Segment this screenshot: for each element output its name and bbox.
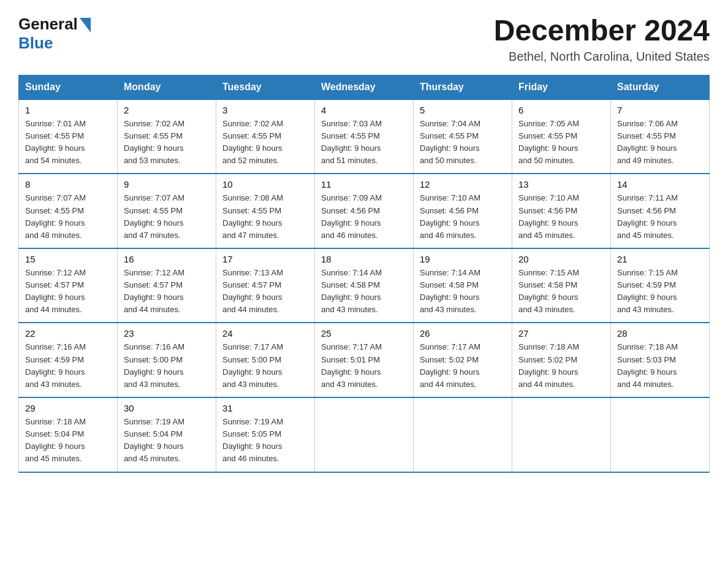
calendar-table: Sunday Monday Tuesday Wednesday Thursday… <box>18 75 710 473</box>
day-info: Sunrise: 7:01 AMSunset: 4:55 PMDaylight:… <box>25 118 111 167</box>
day-info: Sunrise: 7:03 AMSunset: 4:55 PMDaylight:… <box>321 118 407 167</box>
day-number: 12 <box>420 179 506 190</box>
calendar-cell <box>414 397 512 472</box>
calendar-subtitle: Bethel, North Carolina, United States <box>494 50 710 64</box>
calendar-cell: 31Sunrise: 7:19 AMSunset: 5:05 PMDayligh… <box>216 397 315 472</box>
calendar-cell: 23Sunrise: 7:16 AMSunset: 5:00 PMDayligh… <box>118 323 216 397</box>
calendar-cell: 12Sunrise: 7:10 AMSunset: 4:56 PMDayligh… <box>414 174 512 248</box>
calendar-cell: 17Sunrise: 7:13 AMSunset: 4:57 PMDayligh… <box>216 248 315 323</box>
calendar-cell <box>315 397 414 472</box>
logo-blue-line: Blue <box>18 34 53 53</box>
calendar-cell: 7Sunrise: 7:06 AMSunset: 4:55 PMDaylight… <box>611 99 710 174</box>
day-info: Sunrise: 7:05 AMSunset: 4:55 PMDaylight:… <box>518 118 604 167</box>
day-number: 16 <box>124 254 210 264</box>
day-info: Sunrise: 7:10 AMSunset: 4:56 PMDaylight:… <box>518 192 604 242</box>
header-tuesday: Tuesday <box>216 75 315 99</box>
day-number: 13 <box>518 179 604 190</box>
day-info: Sunrise: 7:12 AMSunset: 4:57 PMDaylight:… <box>25 267 111 316</box>
day-info: Sunrise: 7:15 AMSunset: 4:58 PMDaylight:… <box>518 267 604 316</box>
day-info: Sunrise: 7:18 AMSunset: 5:04 PMDaylight:… <box>25 416 111 465</box>
day-number: 6 <box>518 105 604 115</box>
day-info: Sunrise: 7:10 AMSunset: 4:56 PMDaylight:… <box>420 192 506 242</box>
logo-general-text: General <box>18 15 78 34</box>
calendar-title: December 2024 <box>494 15 710 47</box>
day-number: 22 <box>25 328 111 339</box>
day-number: 4 <box>321 105 407 115</box>
calendar-cell: 26Sunrise: 7:17 AMSunset: 5:02 PMDayligh… <box>414 323 512 397</box>
day-info: Sunrise: 7:12 AMSunset: 4:57 PMDaylight:… <box>124 267 210 316</box>
day-info: Sunrise: 7:14 AMSunset: 4:58 PMDaylight:… <box>420 267 506 316</box>
day-number: 7 <box>617 105 703 115</box>
day-info: Sunrise: 7:19 AMSunset: 5:05 PMDaylight:… <box>222 416 308 465</box>
calendar-cell: 28Sunrise: 7:18 AMSunset: 5:03 PMDayligh… <box>611 323 710 397</box>
calendar-cell <box>512 397 611 472</box>
week-row-5: 29Sunrise: 7:18 AMSunset: 5:04 PMDayligh… <box>19 397 710 472</box>
day-info: Sunrise: 7:17 AMSunset: 5:01 PMDaylight:… <box>321 341 407 391</box>
header-wednesday: Wednesday <box>315 75 414 99</box>
day-number: 27 <box>518 328 604 339</box>
week-row-4: 22Sunrise: 7:16 AMSunset: 4:59 PMDayligh… <box>19 323 710 397</box>
calendar-cell: 14Sunrise: 7:11 AMSunset: 4:56 PMDayligh… <box>611 174 710 248</box>
day-info: Sunrise: 7:02 AMSunset: 4:55 PMDaylight:… <box>222 118 308 167</box>
day-number: 10 <box>222 179 308 190</box>
day-info: Sunrise: 7:14 AMSunset: 4:58 PMDaylight:… <box>321 267 407 316</box>
header-thursday: Thursday <box>414 75 512 99</box>
calendar-cell: 4Sunrise: 7:03 AMSunset: 4:55 PMDaylight… <box>315 99 414 174</box>
day-info: Sunrise: 7:13 AMSunset: 4:57 PMDaylight:… <box>222 267 308 316</box>
logo: General Blue <box>18 15 91 53</box>
day-info: Sunrise: 7:02 AMSunset: 4:55 PMDaylight:… <box>124 118 210 167</box>
calendar-cell: 10Sunrise: 7:08 AMSunset: 4:55 PMDayligh… <box>216 174 315 248</box>
calendar-body: 1Sunrise: 7:01 AMSunset: 4:55 PMDaylight… <box>19 99 710 472</box>
svg-marker-0 <box>80 18 91 33</box>
day-info: Sunrise: 7:09 AMSunset: 4:56 PMDaylight:… <box>321 192 407 242</box>
day-number: 23 <box>124 328 210 339</box>
week-row-1: 1Sunrise: 7:01 AMSunset: 4:55 PMDaylight… <box>19 99 710 174</box>
calendar-cell: 9Sunrise: 7:07 AMSunset: 4:55 PMDaylight… <box>118 174 216 248</box>
day-info: Sunrise: 7:11 AMSunset: 4:56 PMDaylight:… <box>617 192 703 242</box>
calendar-cell: 25Sunrise: 7:17 AMSunset: 5:01 PMDayligh… <box>315 323 414 397</box>
day-info: Sunrise: 7:18 AMSunset: 5:02 PMDaylight:… <box>518 341 604 391</box>
day-number: 20 <box>518 254 604 264</box>
calendar-cell: 2Sunrise: 7:02 AMSunset: 4:55 PMDaylight… <box>118 99 216 174</box>
calendar-cell: 24Sunrise: 7:17 AMSunset: 5:00 PMDayligh… <box>216 323 315 397</box>
day-info: Sunrise: 7:18 AMSunset: 5:03 PMDaylight:… <box>617 341 703 391</box>
day-info: Sunrise: 7:06 AMSunset: 4:55 PMDaylight:… <box>617 118 703 167</box>
logo-blue-text: Blue <box>18 34 53 52</box>
day-number: 3 <box>222 105 308 115</box>
logo-triangle-icon <box>80 18 91 33</box>
week-row-3: 15Sunrise: 7:12 AMSunset: 4:57 PMDayligh… <box>19 248 710 323</box>
calendar-cell: 19Sunrise: 7:14 AMSunset: 4:58 PMDayligh… <box>414 248 512 323</box>
header-monday: Monday <box>118 75 216 99</box>
header-saturday: Saturday <box>611 75 710 99</box>
day-info: Sunrise: 7:17 AMSunset: 5:00 PMDaylight:… <box>222 341 308 391</box>
day-number: 26 <box>420 328 506 339</box>
title-section: December 2024 Bethel, North Carolina, Un… <box>494 15 710 64</box>
day-number: 19 <box>420 254 506 264</box>
calendar-cell: 13Sunrise: 7:10 AMSunset: 4:56 PMDayligh… <box>512 174 611 248</box>
day-info: Sunrise: 7:16 AMSunset: 4:59 PMDaylight:… <box>25 341 111 391</box>
calendar-cell: 16Sunrise: 7:12 AMSunset: 4:57 PMDayligh… <box>118 248 216 323</box>
page-header: General Blue December 2024 Bethel, North… <box>18 15 710 64</box>
calendar-cell: 18Sunrise: 7:14 AMSunset: 4:58 PMDayligh… <box>315 248 414 323</box>
calendar-cell: 30Sunrise: 7:19 AMSunset: 5:04 PMDayligh… <box>118 397 216 472</box>
day-info: Sunrise: 7:16 AMSunset: 5:00 PMDaylight:… <box>124 341 210 391</box>
day-number: 29 <box>25 403 111 413</box>
day-number: 17 <box>222 254 308 264</box>
day-number: 31 <box>222 403 308 413</box>
day-number: 11 <box>321 179 407 190</box>
logo-line1: General <box>18 15 91 34</box>
week-row-2: 8Sunrise: 7:07 AMSunset: 4:55 PMDaylight… <box>19 174 710 248</box>
day-info: Sunrise: 7:07 AMSunset: 4:55 PMDaylight:… <box>124 192 210 242</box>
calendar-cell: 8Sunrise: 7:07 AMSunset: 4:55 PMDaylight… <box>19 174 118 248</box>
calendar-cell: 5Sunrise: 7:04 AMSunset: 4:55 PMDaylight… <box>414 99 512 174</box>
calendar-cell: 11Sunrise: 7:09 AMSunset: 4:56 PMDayligh… <box>315 174 414 248</box>
day-number: 2 <box>124 105 210 115</box>
day-info: Sunrise: 7:19 AMSunset: 5:04 PMDaylight:… <box>124 416 210 465</box>
calendar-cell: 6Sunrise: 7:05 AMSunset: 4:55 PMDaylight… <box>512 99 611 174</box>
calendar-cell: 20Sunrise: 7:15 AMSunset: 4:58 PMDayligh… <box>512 248 611 323</box>
day-number: 30 <box>124 403 210 413</box>
calendar-cell: 1Sunrise: 7:01 AMSunset: 4:55 PMDaylight… <box>19 99 118 174</box>
day-info: Sunrise: 7:08 AMSunset: 4:55 PMDaylight:… <box>222 192 308 242</box>
day-number: 18 <box>321 254 407 264</box>
day-info: Sunrise: 7:17 AMSunset: 5:02 PMDaylight:… <box>420 341 506 391</box>
